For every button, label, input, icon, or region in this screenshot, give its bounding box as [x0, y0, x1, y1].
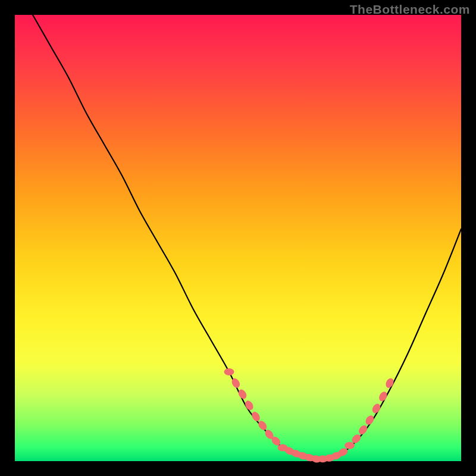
- highlight-point: [256, 419, 268, 432]
- highlight-point: [377, 390, 389, 403]
- black-frame: TheBottleneck.com: [0, 0, 476, 476]
- highlight-point: [357, 424, 369, 436]
- chart-svg: [15, 15, 461, 461]
- highlight-points: [224, 368, 396, 464]
- highlight-point: [364, 414, 375, 427]
- highlight-point: [371, 402, 382, 415]
- bottleneck-curve-path: [33, 15, 461, 461]
- watermark-text: TheBottleneck.com: [350, 2, 470, 17]
- highlight-point: [224, 368, 234, 375]
- highlight-point: [345, 442, 355, 449]
- highlight-point: [250, 411, 261, 423]
- plot-area: [15, 15, 461, 461]
